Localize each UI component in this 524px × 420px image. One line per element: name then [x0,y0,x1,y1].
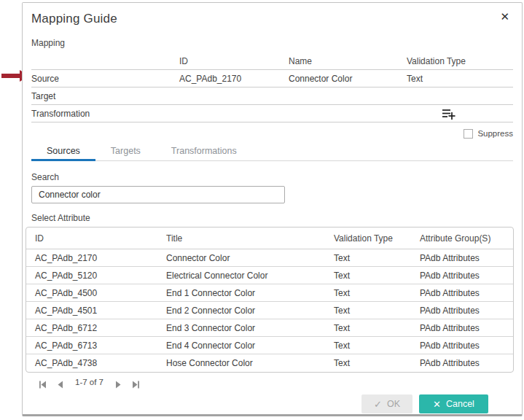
mapping-row-target[interactable]: Target [31,88,513,105]
table-row[interactable]: AC_PAdb_4501 End 2 Connector Color Text … [26,302,513,319]
col-header-validation-type: Validation Type [325,233,411,244]
mapping-grid: ID Name Validation Type Source AC_PAdb_2… [31,52,513,122]
dialog-title: Mapping Guide [31,10,513,26]
mapping-source-validation-type: Text [407,70,513,88]
close-icon[interactable]: ✕ [500,10,509,23]
next-page-icon[interactable] [114,378,122,386]
ok-button-label: OK [387,399,400,409]
mapping-row-label: Target [31,88,179,105]
suppress-label: Suppress [477,129,513,138]
mapping-row-source[interactable]: Source AC_PAdb_2170 Connector Color Text [31,70,513,88]
search-input[interactable] [31,186,285,203]
mapping-guide-dialog: Mapping Guide ✕ Mapping ID Name Validati… [22,2,523,416]
table-row[interactable]: AC_PAdb_4738 Hose Connector Color Text P… [26,354,513,372]
mapping-row-label: Source [31,70,179,88]
table-row[interactable]: AC_PAdb_6713 End 4 Connector Color Text … [26,337,513,354]
tab-bar: Sources Targets Transformations [31,141,513,161]
previous-page-icon[interactable] [56,378,65,386]
mapping-source-name: Connector Color [289,70,407,88]
pagination: 1-7 of 7 [31,376,513,388]
last-page-icon[interactable] [131,378,140,386]
mapping-header-row: ID Name Validation Type [31,52,513,70]
suppress-checkbox[interactable] [464,129,473,139]
mapping-section-label: Mapping [31,38,513,48]
cancel-button-label: Cancel [446,399,474,409]
tab-sources[interactable]: Sources [31,141,95,160]
mapping-row-label: Transformation [31,105,179,122]
ok-button[interactable]: ✓ OK [361,394,412,413]
attribute-table: ID Title Validation Type Attribute Group… [26,227,514,373]
mapping-header-name: Name [289,52,407,70]
attribute-table-header: ID Title Validation Type Attribute Group… [26,228,513,249]
search-label: Search [31,172,513,182]
tab-transformations[interactable]: Transformations [156,141,252,160]
mapping-row-transformation[interactable]: Transformation [31,105,513,122]
table-row[interactable]: AC_PAdb_6712 End 3 Connector Color Text … [26,319,513,337]
mapping-source-id: AC_PAdb_2170 [179,70,289,88]
col-header-attribute-groups: Attribute Group(S) [411,233,513,244]
cancel-button[interactable]: ✕ Cancel [419,394,488,413]
add-transformation-icon[interactable] [442,108,456,120]
table-row[interactable]: AC_PAdb_4500 End 1 Connector Color Text … [26,284,513,302]
pagination-range-text: 1-7 of 7 [74,378,105,386]
suppress-row: Suppress [31,126,513,141]
col-header-title: Title [157,233,325,244]
first-page-icon[interactable] [39,378,47,386]
dialog-footer: ✓ OK ✕ Cancel [31,394,513,413]
annotation-arrow-bar [1,74,20,78]
table-row[interactable]: AC_PAdb_5120 Electrical Connector Color … [26,267,513,284]
tab-targets[interactable]: Targets [95,141,156,160]
table-row[interactable]: AC_PAdb_2170 Connector Color Text PAdb A… [26,249,513,267]
dialog-content: Mapping Guide ✕ Mapping ID Name Validati… [23,3,522,414]
x-icon: ✕ [433,399,441,410]
select-attribute-label: Select Attribute [31,213,513,223]
mapping-header-id: ID [179,52,289,70]
check-icon: ✓ [374,399,382,410]
mapping-header-validation-type: Validation Type [407,52,513,70]
col-header-id: ID [26,233,157,244]
